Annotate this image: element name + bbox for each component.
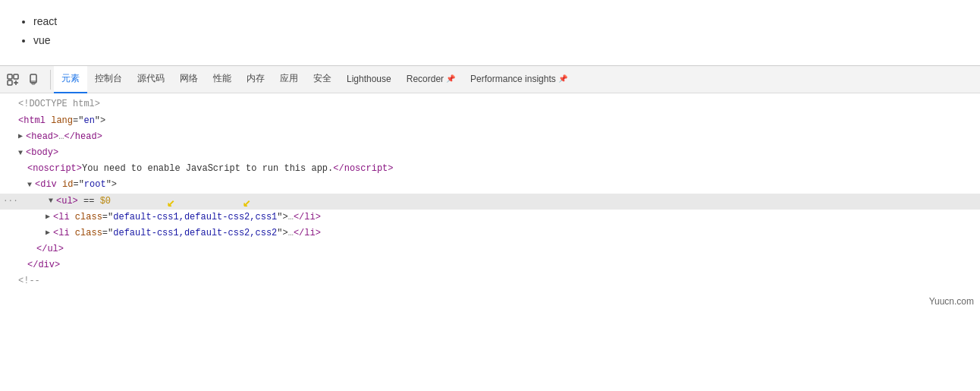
recorder-pin-icon: 📌: [446, 74, 455, 83]
tab-performance-insights[interactable]: Performance insights 📌: [463, 66, 575, 93]
li1-arrow[interactable]: ▶: [46, 211, 50, 223]
ul-arrow[interactable]: ▼: [49, 195, 53, 207]
code-line-4: ▼ <body>: [0, 145, 980, 161]
head-arrow[interactable]: ▶: [18, 131, 23, 143]
body-arrow[interactable]: ▼: [18, 147, 23, 159]
devtools-panel: 元素 控制台 源代码 网络 性能 内存 应用 安全 Lighthouse Rec…: [0, 65, 980, 309]
code-line-5: <noscript>You need to enable JavaScript …: [0, 161, 980, 177]
code-line-6: ▼ <div id="root">: [0, 177, 980, 193]
code-line-3: ▶ <head>…</head>: [0, 129, 980, 145]
tab-icon-group: [3, 70, 51, 90]
tab-elements[interactable]: 元素: [54, 66, 87, 93]
three-dots[interactable]: ···: [3, 194, 18, 208]
svg-rect-0: [8, 74, 12, 79]
performance-insights-pin-icon: 📌: [558, 74, 567, 83]
tab-bar: 元素 控制台 源代码 网络 性能 内存 应用 安全 Lighthouse Rec…: [0, 66, 980, 93]
code-line-7[interactable]: ··· ▼ <ul> == $0 ↙ ↙: [0, 194, 980, 210]
list-item: vue: [33, 31, 965, 50]
tab-network[interactable]: 网络: [172, 66, 206, 93]
tab-performance[interactable]: 性能: [206, 66, 239, 93]
code-line-11: </div>: [0, 257, 980, 273]
code-line-1: <!DOCTYPE html>: [0, 96, 980, 112]
code-panel: <!DOCTYPE html> <html lang="en"> ▶ <head…: [0, 93, 980, 292]
inspect-icon[interactable]: [3, 70, 23, 90]
bullet-list: react vue: [15, 12, 965, 50]
code-line-9: ▶ <li class="default-css1,default-css2,c…: [0, 225, 980, 241]
top-content: react vue: [0, 0, 980, 65]
div-root-arrow[interactable]: ▼: [27, 179, 32, 191]
tab-recorder[interactable]: Recorder 📌: [399, 66, 463, 93]
tab-console[interactable]: 控制台: [87, 66, 130, 93]
device-toggle-icon[interactable]: [24, 70, 44, 90]
tab-application[interactable]: 应用: [272, 66, 306, 93]
tab-sources[interactable]: 源代码: [130, 66, 172, 93]
code-line-8: ▶ <li class="default-css1,default-css2,c…: [0, 210, 980, 225]
li2-arrow[interactable]: ▶: [46, 227, 50, 239]
svg-rect-2: [8, 80, 12, 85]
tab-lighthouse[interactable]: Lighthouse: [339, 66, 399, 93]
tab-security[interactable]: 安全: [306, 66, 339, 93]
code-line-12: <!--: [0, 273, 980, 289]
code-line-2: <html lang="en">: [0, 113, 980, 129]
svg-rect-1: [14, 74, 18, 79]
tab-memory[interactable]: 内存: [239, 66, 272, 93]
svg-rect-6: [32, 83, 35, 84]
list-item: react: [33, 12, 965, 31]
watermark: Yuucn.com: [0, 293, 980, 310]
code-line-10: </ul>: [0, 241, 980, 257]
